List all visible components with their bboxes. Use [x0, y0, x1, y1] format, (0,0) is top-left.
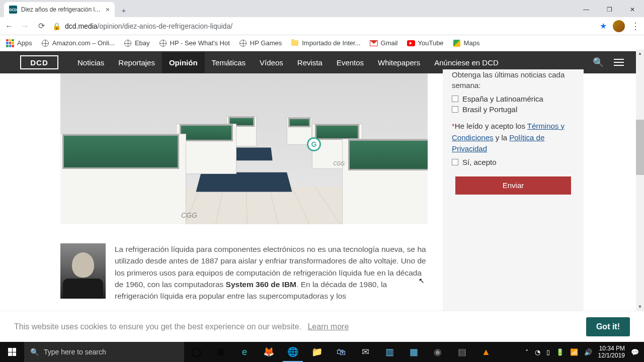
gmail-icon	[370, 40, 378, 46]
window-maximize-icon[interactable]: ❐	[598, 2, 621, 17]
bookmark-hpgames[interactable]: HP Games	[239, 39, 282, 47]
mail-icon[interactable]: ✉	[353, 342, 377, 362]
cookie-accept-button[interactable]: Got it!	[586, 317, 630, 336]
article-paragraph: La refrigeración líquida para componente…	[115, 243, 428, 302]
search-icon: 🔍	[30, 348, 39, 356]
window-minimize-icon[interactable]: ―	[575, 2, 598, 17]
cortana-icon[interactable]: ◯	[184, 342, 208, 362]
tray-icon[interactable]: ◔	[535, 348, 540, 356]
taskview-icon[interactable]: ⊞	[208, 342, 232, 362]
checkbox-icon[interactable]	[452, 106, 458, 113]
accept-row[interactable]: Sí, acepto	[452, 157, 575, 167]
bookmark-importado[interactable]: Importado de Inter...	[291, 39, 360, 47]
forward-button: →	[20, 21, 30, 31]
close-tab-icon[interactable]: ×	[106, 6, 110, 14]
checkbox-icon[interactable]	[452, 96, 458, 102]
app-icon[interactable]: ▥	[377, 342, 401, 362]
cgg-label: CGG	[181, 211, 197, 219]
url-field[interactable]: 🔒 dcd.media/opinion/diez-anios-de-refrig…	[52, 22, 594, 30]
windows-taskbar: 🔍Type here to search ◯ ⊞ e 🦊 🌐 📁 🛍 ✉ ▥ ▦…	[0, 342, 644, 362]
battery-icon[interactable]: 🔋	[556, 348, 564, 356]
chrome-icon[interactable]: 🌐	[281, 342, 305, 362]
bookmark-youtube[interactable]: YouTube	[407, 39, 444, 47]
firefox-icon[interactable]: 🦊	[257, 342, 281, 362]
nav-links: Noticias Reportajes Opinión Temáticas Ví…	[70, 52, 506, 73]
bookmark-maps[interactable]: Maps	[453, 39, 480, 47]
tab-title: Diez años de refrigeración líquid	[21, 6, 102, 13]
checkbox-icon[interactable]	[452, 159, 458, 165]
vlc-icon[interactable]: ▲	[474, 342, 498, 362]
nav-tematicas[interactable]: Temáticas	[205, 52, 253, 73]
apps-icon	[6, 39, 14, 47]
newsletter-sidebar: Obtenga las últimas noticias cada semana…	[443, 69, 584, 311]
app-icon[interactable]: ▦	[401, 342, 426, 362]
bookmark-gmail[interactable]: Gmail	[370, 39, 398, 47]
cookie-text: This website uses cookies to ensure you …	[14, 322, 349, 331]
browser-tab[interactable]: DCD Diez años de refrigeración líquid ×	[4, 2, 115, 17]
bookmark-amazon[interactable]: Amazon.com – Onli...	[41, 39, 115, 47]
nav-videos[interactable]: Vídeos	[253, 52, 290, 73]
cookie-banner: This website uses cookies to ensure you …	[0, 311, 644, 342]
address-bar: ← → ⟳ 🔒 dcd.media/opinion/diez-anios-de-…	[0, 17, 644, 35]
nav-reportajes[interactable]: Reportajes	[111, 52, 162, 73]
lock-icon: 🔒	[52, 22, 61, 30]
cgg-label: CGG	[333, 161, 345, 166]
scroll-thumb[interactable]	[636, 120, 644, 175]
new-tab-button[interactable]: +	[117, 3, 131, 17]
chevron-up-icon[interactable]: ˄	[525, 348, 529, 356]
cookie-learn-more[interactable]: Learn more	[307, 322, 349, 331]
region-option-es[interactable]: España y Latinoamérica	[452, 94, 575, 104]
region-option-br[interactable]: Brasil y Portugal	[452, 104, 575, 115]
youtube-icon	[407, 40, 415, 46]
scroll-up-icon[interactable]: ▲	[636, 49, 644, 57]
sidebar-heading: Obtenga las últimas noticias cada semana…	[452, 69, 575, 94]
wifi-icon[interactable]: 📶	[570, 348, 578, 356]
apps-bookmark[interactable]: Apps	[6, 39, 32, 47]
app-icon[interactable]: ▤	[450, 342, 474, 362]
site-logo[interactable]: DCD	[20, 55, 58, 69]
store-icon[interactable]: 🛍	[329, 342, 353, 362]
hamburger-icon[interactable]	[614, 59, 624, 66]
notifications-icon[interactable]: 💬	[631, 348, 639, 356]
globe-icon	[42, 40, 49, 47]
nav-revista[interactable]: Revista	[290, 52, 330, 73]
explorer-icon[interactable]: 📁	[305, 342, 329, 362]
nav-eventos[interactable]: Eventos	[330, 52, 371, 73]
page-viewport: DCD Noticias Reportajes Opinión Temática…	[0, 51, 644, 311]
article-body: La refrigeración líquida para componente…	[60, 243, 428, 302]
search-icon[interactable]: 🔍	[593, 57, 604, 68]
scroll-down-icon[interactable]: ▼	[636, 303, 644, 311]
submit-button[interactable]: Enviar	[455, 176, 571, 195]
window-close-icon[interactable]: ✕	[621, 2, 644, 17]
bookmark-star-icon[interactable]: ★	[600, 21, 607, 31]
page-scrollbar[interactable]: ▲ ▼	[636, 49, 644, 311]
nav-opinion[interactable]: Opinión	[162, 52, 205, 73]
nav-noticias[interactable]: Noticias	[70, 52, 111, 73]
reload-button[interactable]: ⟳	[36, 21, 46, 31]
globe-icon	[124, 40, 131, 47]
nav-whitepapers[interactable]: Whitepapers	[371, 52, 427, 73]
terms-text: *He leído y acepto los Términos y Condic…	[452, 121, 575, 155]
browser-menu-icon[interactable]: ⋮	[631, 21, 640, 32]
folder-icon	[291, 40, 298, 46]
volume-icon[interactable]: 🔊	[584, 348, 592, 356]
taskbar-clock[interactable]: 10:34 PM 12/1/2019	[598, 345, 625, 359]
globe-icon	[159, 40, 167, 47]
bookmark-ebay[interactable]: Ebay	[124, 39, 150, 47]
author-photo	[60, 243, 106, 299]
bookmark-hp[interactable]: HP - See What's Hot	[159, 39, 230, 47]
g-logo: G	[307, 137, 321, 151]
taskbar-search[interactable]: 🔍Type here to search	[24, 342, 184, 362]
tray-icon[interactable]: ▯	[546, 348, 550, 356]
obs-icon[interactable]: ◉	[426, 342, 450, 362]
start-button[interactable]	[0, 342, 24, 362]
profile-avatar[interactable]	[613, 20, 625, 32]
maps-icon	[453, 40, 460, 47]
hero-image: G CGG CGG	[60, 73, 428, 224]
back-button[interactable]: ←	[4, 21, 14, 31]
browser-titlebar: DCD Diez años de refrigeración líquid × …	[0, 0, 644, 17]
system-tray[interactable]: ˄ ◔ ▯ 🔋 📶 🔊 10:34 PM 12/1/2019 💬	[520, 345, 644, 359]
bookmarks-bar: Apps Amazon.com – Onli... Ebay HP - See …	[0, 35, 644, 51]
tab-favicon: DCD	[9, 6, 17, 14]
edge-icon[interactable]: e	[232, 342, 257, 362]
